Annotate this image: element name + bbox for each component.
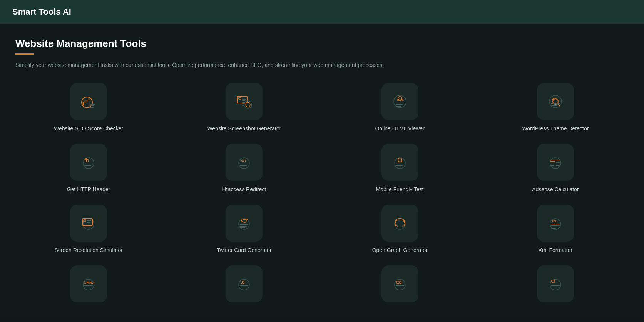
tool-icon-wrapper — [226, 205, 263, 242]
tool-label: Htaccess Redirect — [222, 186, 266, 192]
tool-label: Mobile Friendly Test — [376, 186, 424, 192]
screenshot-icon — [234, 92, 254, 112]
tool-card-misc[interactable] — [482, 265, 629, 302]
tool-label: Xml Formatter — [539, 247, 573, 253]
seo-icon — [79, 92, 99, 112]
tool-icon-wrapper: HTML — [381, 83, 418, 120]
tools-grid-bottom: {/HTML} JS CSS — [15, 265, 629, 302]
tool-icon-wrapper — [226, 83, 263, 120]
tool-label: Adsense Calculator — [532, 186, 579, 192]
tool-icon-wrapper: XML — [537, 205, 574, 242]
misc-icon — [545, 274, 565, 294]
svg-text:HTML: HTML — [397, 98, 404, 102]
open-graph-icon — [390, 213, 410, 233]
htaccess-icon: </> — [234, 152, 254, 172]
tool-card-html-encoder[interactable]: {/HTML} — [15, 265, 162, 302]
tool-card-wordpress-theme-detector[interactable]: WordPress Theme Detector — [482, 83, 629, 132]
tool-card-get-http-header[interactable]: {} Get HTTP Header — [15, 144, 162, 192]
tool-label: Open Graph Generator — [372, 247, 428, 253]
mobile-test-icon — [390, 152, 410, 172]
tool-card-adsense-calculator[interactable]: Adsense Calculator — [482, 144, 629, 192]
tool-label: Website Screenshot Generator — [207, 125, 281, 132]
svg-rect-61 — [84, 220, 86, 222]
site-header: Smart Tools AI — [0, 0, 644, 24]
tool-card-online-html-viewer[interactable]: HTML Online HTML Viewer — [327, 83, 473, 132]
tool-icon-wrapper: JS — [226, 265, 263, 302]
tool-card-htaccess-redirect[interactable]: </> Htaccess Redirect — [171, 144, 317, 192]
tool-card-open-graph-generator[interactable]: Open Graph Generator — [327, 205, 473, 253]
svg-rect-10 — [239, 97, 241, 99]
adsense-icon — [545, 152, 565, 172]
tool-icon-wrapper — [537, 265, 574, 302]
html-viewer-icon: HTML — [390, 92, 410, 112]
tool-icon-wrapper — [70, 205, 107, 242]
section-underline — [15, 53, 34, 55]
tool-card-website-seo-score-checker[interactable]: Website SEO Score Checker — [15, 83, 162, 132]
tool-icon-wrapper: {} — [70, 144, 107, 181]
svg-point-13 — [244, 101, 252, 108]
site-title: Smart Tools AI — [12, 7, 71, 17]
twitter-card-icon — [234, 213, 254, 233]
tools-grid: Website SEO Score Checker Website Screen… — [15, 83, 629, 253]
css-icon: CSS — [390, 274, 410, 294]
svg-point-44 — [398, 158, 402, 162]
svg-point-29 — [552, 98, 554, 100]
tool-icon-wrapper — [381, 205, 418, 242]
svg-text:XML: XML — [552, 220, 557, 223]
svg-text:JS: JS — [241, 281, 245, 284]
svg-text:</>: </> — [241, 159, 247, 163]
wp-detector-icon — [545, 92, 565, 112]
tool-card-js-tool[interactable]: JS — [171, 265, 317, 302]
svg-text:CSS: CSS — [396, 281, 402, 284]
screen-res-icon — [79, 213, 99, 233]
tool-card-website-screenshot-generator[interactable]: Website Screenshot Generator — [171, 83, 317, 132]
tool-icon-wrapper — [537, 83, 574, 120]
tool-icon-wrapper: {/HTML} — [70, 265, 107, 302]
tool-card-css-tool[interactable]: CSS — [327, 265, 473, 302]
tool-label: Website SEO Score Checker — [54, 125, 123, 132]
tool-icon-wrapper — [70, 83, 107, 120]
tool-card-screen-resolution-simulator[interactable]: Screen Resolution Simulator — [15, 205, 162, 253]
tool-label: WordPress Theme Detector — [522, 125, 589, 132]
svg-text:{/HTML}: {/HTML} — [84, 281, 95, 284]
tool-icon-wrapper — [537, 144, 574, 181]
xml-icon: XML — [545, 213, 565, 233]
js-icon: JS — [234, 274, 254, 294]
tool-card-mobile-friendly-test[interactable]: Mobile Friendly Test — [327, 144, 473, 192]
svg-point-14 — [246, 102, 250, 107]
http-header-icon: {} — [79, 152, 99, 172]
html-encoder-icon: {/HTML} — [79, 274, 99, 294]
section-title: Website Management Tools — [15, 38, 629, 50]
section-description: Simplify your website management tasks w… — [15, 61, 629, 69]
tool-label: Screen Resolution Simulator — [54, 247, 122, 253]
tool-icon-wrapper: CSS — [381, 265, 418, 302]
tool-label: Online HTML Viewer — [375, 125, 424, 132]
tool-icon-wrapper — [381, 144, 418, 181]
tool-card-twitter-card-generator[interactable]: Twitter Card Generator — [171, 205, 317, 253]
tool-card-xml-formatter[interactable]: XML Xml Formatter — [482, 205, 629, 253]
tool-icon-wrapper: </> — [226, 144, 263, 181]
tool-label: Get HTTP Header — [67, 186, 110, 192]
tool-label: Twitter Card Generator — [217, 247, 271, 253]
main-content: Website Management Tools Simplify your w… — [0, 24, 644, 316]
